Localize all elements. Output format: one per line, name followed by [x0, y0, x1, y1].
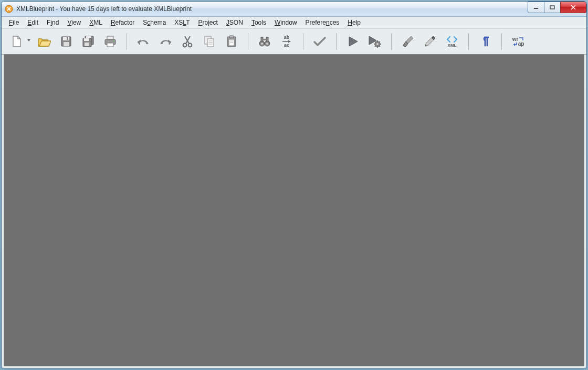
brush-icon: [402, 35, 414, 48]
toolbar-separator: [501, 33, 502, 50]
menubar: File Edit Find View XML Refactor Schema …: [2, 17, 586, 29]
toolbar-separator: [303, 33, 303, 50]
validate-button[interactable]: [310, 31, 330, 51]
svg-rect-2: [550, 6, 554, 9]
xml-button[interactable]: XML: [442, 31, 462, 51]
svg-point-33: [261, 43, 263, 45]
save-button[interactable]: [56, 31, 76, 51]
eyedropper-icon: [424, 35, 436, 48]
menu-schema[interactable]: Schema: [139, 18, 170, 27]
workspace-area: [4, 54, 584, 366]
menu-window[interactable]: Window: [270, 18, 301, 27]
show-whitespace-button[interactable]: [475, 31, 495, 51]
toolbar-separator: [248, 33, 248, 50]
svg-rect-10: [84, 38, 89, 41]
menu-refactor[interactable]: Refactor: [107, 18, 139, 27]
wrap-icon: wr ap: [512, 37, 524, 46]
run-button[interactable]: [343, 31, 363, 51]
svg-line-42: [380, 46, 381, 47]
save-icon: [60, 36, 72, 47]
svg-point-36: [376, 43, 379, 45]
print-button[interactable]: [100, 31, 120, 51]
xml-icon: XML: [446, 36, 458, 48]
print-icon: [104, 36, 117, 47]
open-folder-icon: [37, 36, 51, 47]
titlebar[interactable]: XMLBlueprint - You have 15 days left to …: [2, 2, 586, 17]
menu-find[interactable]: Find: [43, 18, 63, 27]
svg-line-44: [375, 46, 376, 47]
save-all-button[interactable]: [78, 31, 98, 51]
menu-edit[interactable]: Edit: [23, 18, 43, 27]
menu-preferences[interactable]: Preferences: [301, 18, 344, 27]
menu-view[interactable]: View: [63, 18, 85, 27]
color-picker-button[interactable]: [420, 31, 440, 51]
toolbar-separator: [127, 33, 127, 50]
window-controls: [528, 2, 586, 12]
svg-point-17: [188, 44, 192, 47]
dropdown-arrow-icon: [27, 39, 30, 41]
app-window: XMLBlueprint - You have 15 days left to …: [1, 1, 587, 369]
minimize-button[interactable]: [528, 2, 544, 13]
menu-tools[interactable]: Tools: [247, 18, 270, 27]
replace-icon: ab ac: [281, 35, 292, 48]
close-button[interactable]: [560, 2, 586, 13]
copy-button[interactable]: [200, 31, 219, 51]
maximize-button[interactable]: [544, 2, 561, 13]
binoculars-icon: [258, 36, 271, 47]
menu-file[interactable]: File: [5, 18, 23, 27]
run-config-button[interactable]: [365, 31, 385, 51]
menu-xslt[interactable]: XSLT: [170, 18, 194, 27]
svg-rect-14: [107, 43, 113, 47]
svg-rect-11: [85, 43, 89, 46]
svg-rect-32: [263, 39, 266, 40]
svg-rect-1: [534, 8, 538, 9]
format-button[interactable]: [398, 31, 418, 51]
svg-rect-6: [67, 37, 68, 40]
menu-help[interactable]: Help: [343, 18, 365, 27]
undo-button[interactable]: [133, 31, 153, 51]
checkmark-icon: [313, 36, 327, 47]
paste-button[interactable]: [222, 31, 242, 51]
save-all-icon: [82, 35, 94, 48]
play-gear-icon: [368, 35, 382, 48]
toolbar-separator: [468, 33, 469, 50]
menu-json[interactable]: JSON: [222, 18, 247, 27]
toolbar: ab ac: [2, 29, 586, 55]
svg-rect-4: [63, 37, 69, 40]
svg-rect-12: [107, 36, 113, 39]
paste-icon: [226, 35, 237, 48]
svg-rect-30: [261, 37, 263, 42]
find-button[interactable]: [255, 31, 275, 51]
redo-icon: [159, 37, 172, 46]
svg-line-41: [375, 41, 376, 43]
copy-icon: [204, 35, 215, 48]
menu-xml[interactable]: XML: [85, 18, 107, 27]
menu-project[interactable]: Project: [194, 18, 222, 27]
window-title: XMLBlueprint - You have 15 days left to …: [16, 5, 528, 13]
cut-icon: [182, 35, 193, 48]
undo-icon: [136, 37, 150, 46]
open-button[interactable]: [34, 31, 54, 51]
svg-rect-31: [266, 37, 268, 42]
toolbar-separator: [391, 33, 392, 50]
svg-point-34: [266, 43, 268, 45]
svg-rect-5: [64, 42, 69, 46]
cut-button[interactable]: [177, 31, 197, 51]
toolbar-separator: [336, 33, 337, 50]
svg-point-15: [113, 40, 114, 41]
svg-rect-24: [229, 36, 234, 38]
play-icon: [347, 36, 359, 47]
app-icon: [5, 5, 13, 13]
new-file-icon: [10, 35, 23, 48]
svg-line-43: [380, 41, 381, 43]
svg-point-45: [425, 45, 427, 47]
new-button[interactable]: [7, 31, 27, 51]
replace-button[interactable]: ab ac: [277, 31, 297, 51]
svg-point-16: [183, 44, 187, 47]
word-wrap-button[interactable]: wr ap: [508, 31, 528, 51]
pilcrow-icon: [480, 35, 490, 48]
redo-button[interactable]: [155, 31, 175, 51]
